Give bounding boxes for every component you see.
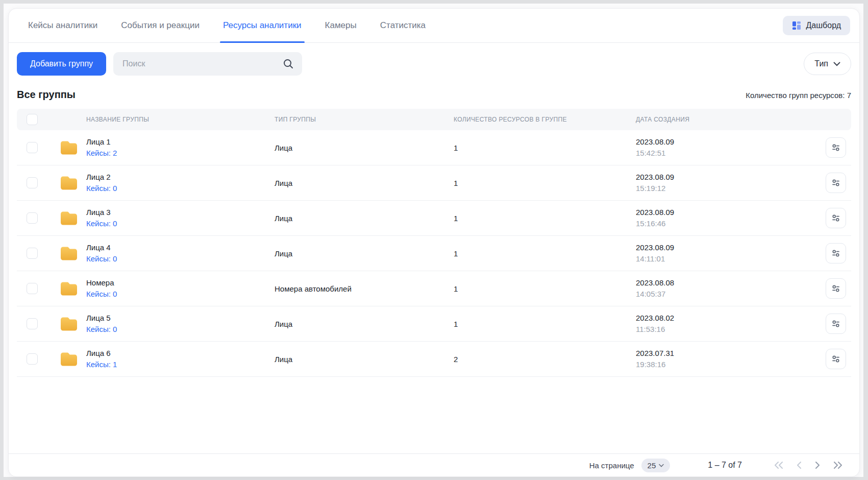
created-time: 14:05:37 (636, 289, 821, 300)
row-checkbox[interactable] (27, 283, 38, 294)
row-settings-button[interactable] (826, 278, 846, 299)
group-name: Лица 1 (86, 136, 117, 148)
cases-link[interactable]: Кейсы: 0 (86, 218, 117, 229)
created-time: 15:16:46 (636, 218, 821, 230)
dashboard-button[interactable]: Дашборд (783, 16, 851, 35)
search-icon (283, 58, 294, 69)
row-settings-button[interactable] (826, 208, 846, 228)
group-name: Лица 2 (86, 172, 117, 183)
double-chevron-right-icon (833, 462, 843, 469)
table-row: Лица 2 Кейсы: 0 Лица 1 2023.08.09 15:19:… (17, 165, 851, 201)
table-row: Лица 5 Кейсы: 0 Лица 1 2023.08.02 11:53:… (17, 306, 851, 342)
tab-statistics[interactable]: Статистика (379, 9, 427, 42)
chevron-left-icon (796, 462, 802, 469)
cases-link[interactable]: Кейсы: 0 (86, 183, 117, 194)
group-type: Лица (275, 249, 454, 258)
groups-table: НАЗВАНИЕ ГРУППЫ ТИП ГРУППЫ КОЛИЧЕСТВО РЕ… (9, 109, 859, 377)
folder-icon (60, 281, 78, 297)
table-row: Лица 3 Кейсы: 0 Лица 1 2023.08.09 15:16:… (17, 201, 851, 236)
type-filter-label: Тип (814, 59, 828, 68)
tab-events-reactions[interactable]: События и реакции (120, 9, 201, 42)
add-group-button[interactable]: Добавить группу (17, 52, 106, 76)
header-checkbox-cell (17, 114, 47, 125)
group-name: Номера (86, 277, 117, 289)
dashboard-grid-icon (792, 21, 801, 30)
resource-count: 1 (454, 179, 636, 187)
table-row: Лица 1 Кейсы: 2 Лица 1 2023.08.09 15:42:… (17, 130, 851, 165)
groups-count-label: Количество групп ресурсов: 7 (746, 91, 851, 100)
row-checkbox[interactable] (27, 353, 38, 365)
created-date: 2023.08.09 (636, 136, 821, 148)
toolbar: Добавить группу Тип (9, 43, 859, 76)
group-type: Лица (275, 179, 454, 187)
cases-link[interactable]: Кейсы: 0 (86, 253, 117, 265)
group-type: Лица (275, 320, 454, 328)
first-page-button[interactable] (773, 461, 785, 470)
tab-analytics-resources[interactable]: Ресурсы аналитики (222, 9, 303, 42)
app-window: Кейсы аналитики События и реакции Ресурс… (0, 0, 868, 480)
group-type: Номера автомобилей (275, 284, 454, 293)
tabs-bar: Кейсы аналитики События и реакции Ресурс… (9, 9, 859, 43)
row-settings-button[interactable] (826, 173, 846, 193)
last-page-button[interactable] (832, 461, 844, 470)
chevron-down-icon (833, 62, 840, 66)
pager-controls (773, 461, 844, 470)
cases-link[interactable]: Кейсы: 0 (86, 324, 117, 335)
per-page-label: На странице (589, 461, 634, 470)
table-row: Номера Кейсы: 0 Номера автомобилей 1 202… (17, 271, 851, 306)
created-date: 2023.08.09 (636, 242, 821, 254)
tabs: Кейсы аналитики События и реакции Ресурс… (27, 9, 427, 42)
select-all-checkbox[interactable] (27, 114, 38, 125)
table-row: Лица 6 Кейсы: 1 Лица 2 2023.07.31 19:38:… (17, 342, 851, 377)
group-name: Лица 4 (86, 242, 117, 253)
per-page-value: 25 (648, 461, 656, 470)
header-resource-count: КОЛИЧЕСТВО РЕСУРСОВ В ГРУППЕ (454, 116, 636, 123)
header-group-type: ТИП ГРУППЫ (275, 116, 454, 123)
resource-count: 1 (454, 284, 636, 293)
row-checkbox[interactable] (27, 177, 38, 188)
created-date: 2023.07.31 (636, 348, 821, 359)
header-group-name: НАЗВАНИЕ ГРУППЫ (47, 116, 275, 123)
resource-count: 1 (454, 214, 636, 223)
tab-cameras[interactable]: Камеры (324, 9, 358, 42)
folder-icon (60, 246, 78, 261)
row-settings-button[interactable] (826, 243, 846, 263)
folder-icon (60, 316, 78, 332)
created-time: 14:11:01 (636, 253, 821, 265)
search-input[interactable] (113, 52, 302, 76)
table-header-row: НАЗВАНИЕ ГРУППЫ ТИП ГРУППЫ КОЛИЧЕСТВО РЕ… (17, 109, 851, 130)
row-settings-button[interactable] (826, 137, 846, 158)
created-time: 15:19:12 (636, 183, 821, 195)
row-settings-button[interactable] (826, 349, 846, 369)
type-filter-dropdown[interactable]: Тип (804, 53, 851, 75)
next-page-button[interactable] (813, 461, 822, 470)
row-checkbox[interactable] (27, 142, 38, 153)
dashboard-button-label: Дашборд (806, 21, 841, 30)
group-name: Лица 3 (86, 207, 117, 218)
created-time: 11:53:16 (636, 324, 821, 335)
group-name: Лица 5 (86, 313, 117, 324)
group-name: Лица 6 (86, 348, 117, 359)
created-date: 2023.08.02 (636, 313, 821, 324)
cases-link[interactable]: Кейсы: 2 (86, 148, 117, 159)
folder-icon (60, 351, 78, 367)
per-page-dropdown[interactable]: 25 (641, 459, 671, 472)
tab-analytics-cases[interactable]: Кейсы аналитики (27, 9, 98, 42)
content-card: Кейсы аналитики События и реакции Ресурс… (8, 8, 860, 477)
chevron-right-icon (814, 462, 821, 469)
row-checkbox[interactable] (27, 212, 38, 224)
resource-count: 1 (454, 320, 636, 328)
created-date: 2023.08.08 (636, 277, 821, 289)
section-head: Все группы Количество групп ресурсов: 7 (9, 76, 859, 109)
page-range-label: 1 – 7 of 7 (708, 461, 742, 470)
folder-icon (60, 210, 78, 226)
cases-link[interactable]: Кейсы: 0 (86, 289, 117, 300)
page-title: Все группы (17, 89, 76, 101)
row-settings-button[interactable] (826, 314, 846, 334)
cases-link[interactable]: Кейсы: 1 (86, 359, 117, 370)
resource-count: 1 (454, 143, 636, 152)
resource-count: 2 (454, 355, 636, 364)
previous-page-button[interactable] (795, 461, 803, 470)
row-checkbox[interactable] (27, 248, 38, 259)
row-checkbox[interactable] (27, 318, 38, 329)
